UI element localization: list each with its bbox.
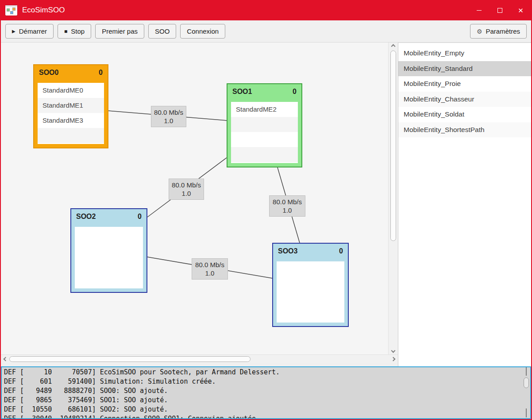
node-entity-list <box>75 227 143 288</box>
app-window: EcoSimSOO ✕ ▶Démarrer■StopPremier pasSOO… <box>0 0 532 420</box>
log-console: DEF [ 10 70507] EcoSimSOO pour Sootech, … <box>1 366 531 419</box>
sidebar-item-mobileentity_chasseur[interactable]: MobileEntity_Chasseur <box>398 92 531 107</box>
bandwidth-value: 80.0 Mb/s <box>195 261 224 269</box>
node-count: 0 <box>138 213 142 221</box>
log-scroll-thumb[interactable] <box>524 377 529 388</box>
close-button[interactable]: ✕ <box>510 0 531 20</box>
sidebar-item-mobileentity_standard[interactable]: MobileEntity_Standard <box>398 61 531 77</box>
settings-button-label: Paramètres <box>486 27 520 35</box>
sidebar-item-mobileentity_proie[interactable]: MobileEntity_Proie <box>398 76 531 92</box>
entity-item[interactable]: StandardME1 <box>38 98 104 113</box>
node-title: SOO3 <box>278 247 297 255</box>
title-bar: EcoSimSOO ✕ <box>1 0 531 20</box>
close-icon: ✕ <box>518 7 524 14</box>
button-label: Stop <box>71 27 85 35</box>
entity-item[interactable]: StandardME2 <box>231 102 298 117</box>
canvas-vertical-scrollbar[interactable] <box>388 43 398 354</box>
vertical-scroll-thumb[interactable] <box>390 51 396 241</box>
node-count: 0 <box>339 247 343 255</box>
node-title: SOO2 <box>76 213 96 221</box>
soo-node-soo0[interactable]: SOO00StandardME0StandardME1StandardME3 <box>33 64 108 148</box>
scroll-up-arrow-icon[interactable] <box>389 43 397 50</box>
entity-item[interactable]: StandardME3 <box>38 113 104 128</box>
sidebar-item-mobileentity_soldat[interactable]: MobileEntity_Soldat <box>398 107 531 122</box>
stop-button[interactable]: ■Stop <box>58 24 91 39</box>
button-label: Démarrer <box>19 27 47 35</box>
bandwidth-value: 80.0 Mb/s <box>154 108 183 117</box>
node-entity-list <box>277 261 344 323</box>
entity-item[interactable]: StandardME0 <box>38 83 104 98</box>
button-label: Premier pas <box>102 27 138 35</box>
app-icon <box>5 5 17 16</box>
démarrer-button[interactable]: ▶Démarrer <box>5 24 54 39</box>
minimize-button[interactable] <box>469 0 490 20</box>
settings-button[interactable]: ⚙ Paramètres <box>470 24 527 39</box>
log-line: DEF [ 10550 686101] SOO2: SOO ajouté. <box>4 405 530 414</box>
soo-button[interactable]: SOO <box>148 24 176 39</box>
bandwidth-value: 80.0 Mb/s <box>273 198 302 206</box>
latency-value: 1.0 <box>205 269 215 277</box>
connexion-button[interactable]: Connexion <box>180 24 225 39</box>
soo-node-soo3[interactable]: SOO30 <box>272 243 349 327</box>
gear-icon: ⚙ <box>477 28 482 35</box>
log-line: DEF [ 601 591400] Simulation: Simulation… <box>4 377 530 386</box>
node-count: 0 <box>99 69 103 77</box>
log-line: DEF [ 10 70507] EcoSimSOO pour Sootech, … <box>4 368 530 377</box>
node-title: SOO0 <box>39 69 58 77</box>
log-lines: DEF [ 10 70507] EcoSimSOO pour Sootech, … <box>4 368 530 419</box>
toolbar: ▶Démarrer■StopPremier pasSOOConnexion ⚙ … <box>1 20 531 43</box>
log-scrollbar[interactable] <box>522 367 530 418</box>
connection-label-soo1-soo3[interactable]: 80.0 Mb/s1.0 <box>269 195 305 217</box>
main-area: 80.0 Mb/s1.080.0 Mb/s1.080.0 Mb/s1.080.0… <box>1 43 531 366</box>
connection-label-soo2-soo1[interactable]: 80.0 Mb/s1.0 <box>169 179 204 200</box>
minimize-icon <box>477 10 482 11</box>
button-label: Connexion <box>187 27 219 35</box>
stop-icon: ■ <box>64 29 67 34</box>
scroll-down-arrow-icon[interactable] <box>389 347 397 354</box>
soo-node-soo2[interactable]: SOO20 <box>70 208 147 293</box>
canvas-area: 80.0 Mb/s1.080.0 Mb/s1.080.0 Mb/s1.080.0… <box>1 43 398 366</box>
connection-label-soo0-soo1[interactable]: 80.0 Mb/s1.0 <box>151 106 186 127</box>
latency-value: 1.0 <box>182 189 191 198</box>
node-count: 0 <box>293 88 297 96</box>
horizontal-scroll-thumb[interactable] <box>9 356 251 362</box>
node-entity-list: StandardME0StandardME1StandardME3 <box>38 83 104 144</box>
sidebar-item-mobileentity_shortestpath[interactable]: MobileEntity_ShortestPath <box>398 122 531 138</box>
premier-pas-button[interactable]: Premier pas <box>95 24 144 39</box>
log-scroll-down-icon[interactable] <box>526 409 527 418</box>
connection-label-soo2-soo3[interactable]: 80.0 Mb/s1.0 <box>192 258 228 280</box>
maximize-icon <box>497 8 502 13</box>
window-title: EcoSimSOO <box>22 6 65 15</box>
scroll-left-arrow-icon[interactable] <box>2 355 9 363</box>
soo-node-soo1[interactable]: SOO10StandardME2 <box>227 83 302 167</box>
node-title: SOO1 <box>232 88 252 96</box>
latency-value: 1.0 <box>283 206 292 214</box>
log-line: DEF [ 9489 8888270] SOO0: SOO ajouté. <box>4 386 530 396</box>
bandwidth-value: 80.0 Mb/s <box>172 181 201 189</box>
log-line: DEF [ 30040 19489214] Connection SOO0-SO… <box>4 414 530 419</box>
latency-value: 1.0 <box>164 117 173 125</box>
sidebar-item-mobileentity_empty[interactable]: MobileEntity_Empty <box>398 46 531 61</box>
maximize-button[interactable] <box>490 0 510 20</box>
toolbar-buttons: ▶Démarrer■StopPremier pasSOOConnexion <box>5 24 225 39</box>
canvas-horizontal-scrollbar[interactable] <box>1 354 398 363</box>
play-icon: ▶ <box>12 29 15 34</box>
button-label: SOO <box>155 27 170 35</box>
log-line: DEF [ 9865 375469] SOO1: SOO ajouté. <box>4 396 530 405</box>
scroll-right-arrow-icon[interactable] <box>389 355 397 363</box>
canvas[interactable]: 80.0 Mb/s1.080.0 Mb/s1.080.0 Mb/s1.080.0… <box>1 43 388 354</box>
log-scroll-up-icon[interactable] <box>526 367 527 377</box>
entity-list: MobileEntity_EmptyMobileEntity_StandardM… <box>398 43 531 366</box>
node-entity-list: StandardME2 <box>231 102 298 163</box>
